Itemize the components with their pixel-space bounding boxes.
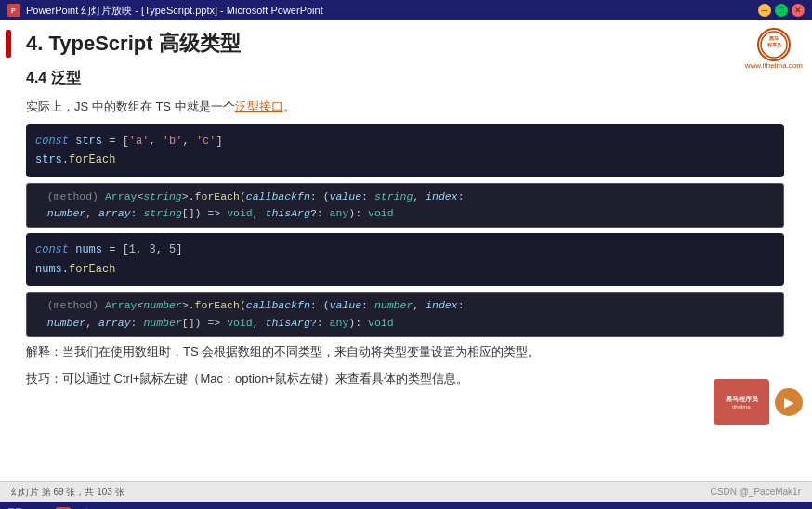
bottom-area: 幻灯片 第 69 张，共 103 张 CSDN @_PaceMak1r P [0, 481, 812, 509]
taskbar: P [0, 502, 812, 509]
accent-bar [6, 30, 11, 58]
minimize-button[interactable]: ─ [758, 4, 771, 17]
code-line-1-1: const strs = ['a', 'b', 'c'] [35, 132, 775, 150]
title-bar-left: P PowerPoint 幻灯片放映 - [TypeScript.pptx] -… [7, 4, 323, 18]
taskbar-edge-button[interactable] [76, 504, 98, 509]
section-title: 4.4 泛型 [26, 69, 784, 88]
svg-text:程序员: 程序员 [766, 42, 781, 47]
watermark-area: 黑马程序员 ithelma ▶ [714, 379, 803, 425]
taskbar-powerpoint-button[interactable]: P [52, 504, 74, 509]
code-block-1: const strs = ['a', 'b', 'c'] strs.forEac… [26, 124, 784, 177]
title-bar-controls: ─ □ ✕ [758, 4, 805, 17]
autocomplete-popup-1: (method) Array<string>.forEach(callbackf… [26, 183, 784, 228]
logo-circle: 黑马 程序员 [757, 28, 791, 61]
code-block-2: const nums = [1, 3, 5] nums.forEach [26, 233, 784, 286]
logo-url: www.ithelma.com [745, 61, 803, 70]
slide-info: 幻灯片 第 69 张，共 103 张 [11, 486, 124, 499]
svg-text:黑马: 黑马 [769, 35, 779, 41]
title-bar-text: PowerPoint 幻灯片放映 - [TypeScript.pptx] - M… [26, 4, 323, 18]
ac-line-2-2: number, array: number[]) => void, thisAr… [34, 315, 776, 332]
close-button[interactable]: ✕ [792, 4, 805, 17]
maximize-button[interactable]: □ [775, 4, 788, 17]
code-line-1-2: strs.forEach [35, 150, 775, 169]
taskbar-windows-button[interactable] [4, 504, 26, 509]
title-bar: P PowerPoint 幻灯片放映 - [TypeScript.pptx] -… [0, 0, 812, 20]
app-icon: P [7, 4, 20, 17]
logo-area: 黑马 程序员 www.ithelma.com [745, 28, 803, 70]
ac-line-1-2: number, array: string[]) => void, thisAr… [34, 205, 776, 222]
note-2: 技巧：可以通过 Ctrl+鼠标左键（Mac：option+鼠标左键）来查看具体的… [26, 370, 784, 389]
ac-line-2-1: (method) Array<number>.forEach(callbackf… [34, 297, 776, 314]
svg-text:P: P [11, 7, 16, 14]
code-line-2-1: const nums = [1, 3, 5] [35, 241, 775, 259]
code-line-2-2: nums.forEach [35, 260, 775, 279]
slide-content: 黑马 程序员 www.ithelma.com 4. TypeScript 高级类… [17, 20, 812, 481]
slide-status-bar: 幻灯片 第 69 张，共 103 张 CSDN @_PaceMak1r [0, 481, 812, 502]
desc-suffix: 。 [283, 99, 295, 113]
left-sidebar [0, 20, 17, 481]
main-content: 黑马 程序员 www.ithelma.com 4. TypeScript 高级类… [0, 20, 812, 481]
desc-prefix: 实际上，JS 中的数组在 TS 中就是一个 [26, 99, 235, 113]
csdn-text: CSDN @_PaceMak1r [711, 487, 801, 497]
taskbar-search-button[interactable] [28, 504, 50, 509]
play-button[interactable]: ▶ [775, 388, 803, 416]
note-1: 解释：当我们在使用数组时，TS 会根据数组的不同类型，来自动将类型变量设置为相应… [26, 343, 784, 362]
ac-line-1-1: (method) Array<string>.forEach(callbackf… [34, 189, 776, 205]
description-text: 实际上，JS 中的数组在 TS 中就是一个泛型接口。 [26, 98, 784, 117]
autocomplete-popup-2: (method) Array<number>.forEach(callbackf… [26, 292, 784, 337]
slide-title: 4. TypeScript 高级类型 [26, 30, 784, 58]
highlight-generic: 泛型接口 [235, 99, 283, 113]
